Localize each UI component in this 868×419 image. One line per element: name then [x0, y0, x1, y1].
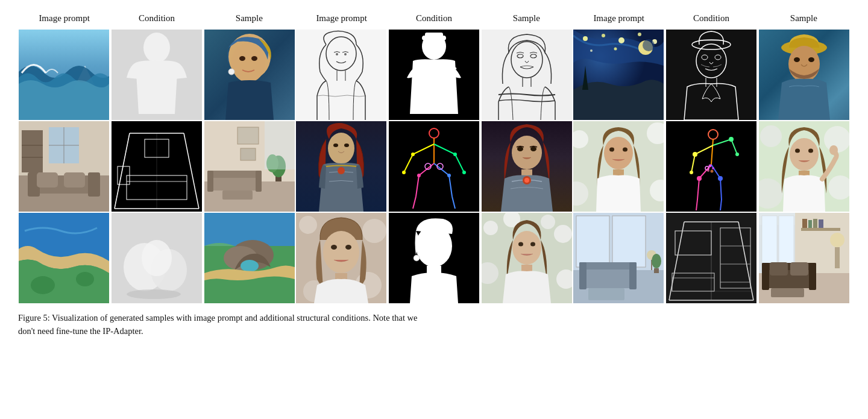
svg-point-196 — [735, 153, 739, 156]
svg-rect-160 — [612, 216, 646, 267]
svg-rect-248 — [835, 247, 840, 268]
svg-point-133 — [541, 215, 555, 229]
svg-rect-251 — [808, 220, 812, 228]
svg-rect-8 — [37, 172, 58, 187]
svg-rect-65 — [296, 30, 386, 120]
group2-col1 — [295, 30, 387, 303]
svg-point-139 — [583, 36, 588, 41]
svg-point-17 — [31, 276, 55, 294]
group-2 — [295, 30, 573, 303]
svg-point-141 — [618, 37, 624, 43]
svg-point-73 — [333, 143, 338, 147]
svg-rect-114 — [482, 30, 572, 120]
svg-point-42 — [228, 69, 234, 75]
group3-col2 — [665, 30, 757, 303]
svg-rect-244 — [770, 262, 788, 276]
svg-point-111 — [416, 225, 452, 267]
svg-point-78 — [362, 219, 386, 243]
svg-point-107 — [447, 174, 451, 177]
svg-rect-165 — [579, 262, 587, 289]
svg-point-126 — [524, 178, 529, 183]
svg-rect-9 — [64, 172, 85, 187]
svg-rect-56 — [265, 121, 295, 169]
header-group1-col3: Sample — [203, 12, 295, 26]
image-cell-flowers-woman2 — [573, 121, 664, 212]
svg-rect-172 — [666, 30, 756, 120]
svg-point-195 — [690, 171, 693, 174]
image-cell-warrior — [296, 121, 386, 212]
svg-point-77 — [299, 216, 317, 234]
svg-point-147 — [643, 39, 655, 51]
image-cell-silhouette-pearl — [389, 213, 479, 303]
svg-point-40 — [239, 56, 245, 61]
svg-rect-237 — [779, 216, 794, 270]
image-cell-sketch-woman — [296, 30, 386, 120]
image-cell-pose2 — [666, 121, 756, 212]
image-cell-armor-generated — [482, 121, 572, 212]
svg-point-229 — [795, 149, 800, 153]
group3-col1 — [573, 30, 664, 303]
svg-point-136 — [530, 242, 535, 247]
svg-point-222 — [808, 57, 814, 62]
svg-rect-250 — [802, 219, 807, 228]
svg-point-140 — [602, 34, 605, 37]
svg-rect-166 — [629, 262, 637, 289]
svg-point-102 — [411, 153, 415, 156]
image-cell-woman-waving — [759, 121, 849, 212]
svg-point-35 — [142, 240, 172, 276]
image-cell-room-sketch2 — [666, 213, 756, 303]
svg-point-153 — [604, 137, 633, 169]
svg-point-247 — [830, 233, 844, 247]
header-group3-col1: Image prompt — [573, 12, 665, 26]
svg-point-105 — [462, 171, 466, 174]
svg-rect-52 — [207, 171, 262, 178]
header-group-3: Image prompt Condition Sample — [573, 12, 850, 26]
image-cell-pose-sticks — [389, 121, 479, 212]
svg-point-129 — [554, 225, 572, 243]
svg-rect-243 — [809, 263, 816, 290]
svg-rect-245 — [790, 262, 808, 276]
image-cell-man-hat — [759, 30, 849, 120]
image-grid — [18, 30, 850, 303]
svg-point-39 — [231, 43, 265, 83]
svg-point-104 — [402, 171, 406, 174]
image-cell-bright-room — [759, 213, 849, 303]
header-group3-col2: Condition — [665, 12, 757, 26]
svg-rect-13 — [22, 130, 43, 172]
svg-point-18 — [76, 272, 94, 286]
svg-point-230 — [808, 149, 813, 153]
svg-point-170 — [652, 254, 661, 268]
group1-col1 — [18, 30, 110, 303]
svg-rect-88 — [425, 33, 443, 37]
group3-col3 — [758, 30, 850, 303]
image-cell-woman-field — [482, 213, 572, 303]
svg-point-228 — [790, 138, 819, 171]
group-1 — [18, 30, 295, 303]
svg-point-135 — [518, 242, 523, 247]
caption-line2: don't need fine-tune the IP-Adapter. — [18, 325, 850, 338]
header-group2-col2: Condition — [388, 12, 480, 26]
svg-point-113 — [414, 255, 420, 261]
svg-point-75 — [338, 167, 345, 174]
svg-point-145 — [614, 48, 617, 51]
svg-rect-89 — [389, 121, 479, 212]
image-cell-modern-room — [573, 213, 664, 303]
image-cell-wave — [19, 30, 109, 120]
svg-point-74 — [344, 143, 349, 147]
header-group2-col1: Image prompt — [295, 12, 388, 26]
svg-point-67 — [336, 53, 338, 55]
svg-point-72 — [328, 133, 354, 164]
svg-point-200 — [709, 165, 712, 168]
header-group-2: Image prompt Condition Sample — [295, 12, 573, 26]
image-cell-girl-pearl — [204, 30, 295, 120]
image-cell-room-outline — [112, 121, 202, 212]
svg-point-154 — [609, 148, 614, 152]
svg-rect-249 — [801, 228, 840, 231]
image-cell-sketch-arms — [482, 30, 572, 120]
svg-point-81 — [323, 231, 359, 273]
svg-point-123 — [530, 146, 536, 151]
svg-rect-163 — [579, 267, 637, 288]
image-cell-man-silhouette — [389, 30, 479, 120]
svg-point-64 — [241, 260, 259, 272]
svg-rect-53 — [207, 171, 213, 192]
